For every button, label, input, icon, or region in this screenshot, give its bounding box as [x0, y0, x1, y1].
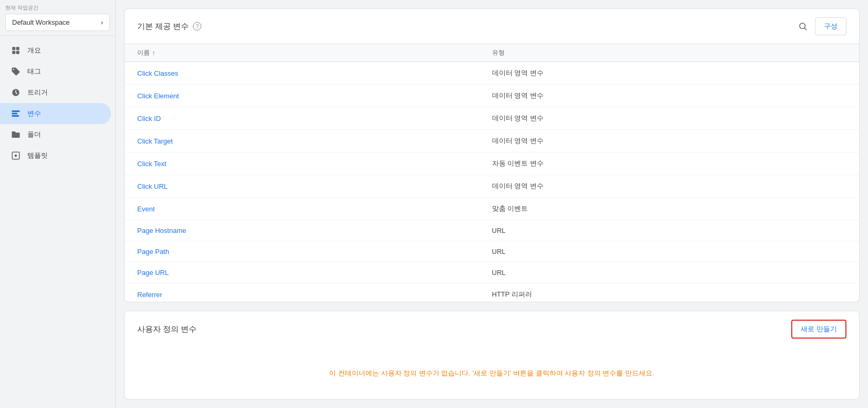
variable-type: 데이터 영역 변수 [492, 68, 847, 78]
svg-rect-6 [12, 110, 20, 112]
variable-name[interactable]: Click Target [137, 137, 492, 145]
built-in-actions: 구성 [795, 17, 846, 35]
svg-rect-2 [12, 51, 15, 54]
variable-name[interactable]: Click ID [137, 115, 492, 123]
svg-point-4 [13, 69, 14, 70]
variable-type: 자동 이벤트 변수 [492, 159, 847, 168]
variable-type: URL [492, 248, 847, 256]
table-row: Click URL 데이터 영역 변수 [125, 175, 859, 198]
table-row: Click Target 데이터 영역 변수 [125, 130, 859, 152]
variable-name[interactable]: Click Text [137, 160, 492, 168]
variable-type: 데이터 영역 변수 [492, 136, 847, 146]
variable-name[interactable]: Click Classes [137, 69, 492, 77]
svg-rect-0 [12, 47, 15, 50]
variable-name[interactable]: Click URL [137, 182, 492, 190]
table-row: Page Path URL [125, 241, 859, 262]
built-in-title-text: 기본 제공 변수 [137, 22, 189, 32]
new-variable-button[interactable]: 새로 만들기 [791, 320, 846, 339]
search-button[interactable] [795, 18, 811, 34]
svg-rect-7 [12, 113, 18, 115]
workspace-button[interactable]: Default Workspace › [5, 14, 110, 31]
sidebar-item-label-triggers: 트리거 [27, 88, 48, 97]
variable-type: HTTP 리퍼러 [492, 290, 847, 299]
sidebar-item-label-templates: 템플릿 [27, 151, 48, 160]
variable-name[interactable]: Referrer [137, 291, 492, 299]
chevron-right-icon: › [101, 18, 103, 26]
sidebar-item-label-variables: 변수 [27, 109, 41, 118]
variable-type: URL [492, 227, 847, 234]
trigger-icon [11, 87, 21, 98]
sidebar-item-templates[interactable]: 템플릿 [0, 145, 111, 166]
variable-type: 데이터 영역 변수 [492, 114, 847, 123]
built-in-variables-card: 기본 제공 변수 ? 구성 이름 ↑ 유형 Click Classes [124, 8, 860, 302]
col-type-header: 유형 [492, 48, 847, 57]
sidebar: 현재 작업공간 Default Workspace › 개요 [0, 0, 116, 408]
col-name-label: 이름 [137, 48, 150, 57]
sidebar-item-folders[interactable]: 폴더 [0, 124, 111, 145]
table-row: Click Text 자동 이벤트 변수 [125, 152, 859, 175]
built-in-title: 기본 제공 변수 ? [137, 22, 201, 32]
table-row: Click Element 데이터 영역 변수 [125, 85, 859, 107]
table-row: Click Classes 데이터 영역 변수 [125, 62, 859, 85]
table-row: Page URL URL [125, 262, 859, 283]
table-row: Page Hostname URL [125, 220, 859, 241]
sidebar-nav: 개요 태그 트리거 [0, 36, 115, 408]
table-row: Click ID 데이터 영역 변수 [125, 107, 859, 130]
variable-name[interactable]: Page URL [137, 269, 492, 277]
col-name-header: 이름 ↑ [137, 48, 492, 57]
sidebar-item-tags[interactable]: 태그 [0, 61, 111, 82]
workspace-label: 현재 작업공간 [5, 4, 110, 12]
variable-name[interactable]: Page Path [137, 248, 492, 256]
svg-point-10 [15, 155, 17, 157]
folder-icon [11, 129, 21, 140]
user-defined-title: 사용자 정의 변수 [137, 324, 197, 334]
workspace-section: 현재 작업공간 Default Workspace › [0, 0, 115, 36]
variable-name[interactable]: Page Hostname [137, 227, 492, 234]
main-content: 기본 제공 변수 ? 구성 이름 ↑ 유형 Click Classes [116, 0, 868, 408]
user-defined-header: 사용자 정의 변수 새로 만들기 [125, 311, 859, 347]
built-in-header: 기본 제공 변수 ? 구성 [125, 9, 859, 44]
template-icon [11, 150, 21, 161]
sort-icon: ↑ [152, 49, 155, 57]
info-icon[interactable]: ? [193, 22, 201, 30]
workspace-name: Default Workspace [12, 18, 70, 26]
sidebar-item-label-overview: 개요 [27, 46, 41, 55]
sidebar-item-triggers[interactable]: 트리거 [0, 82, 111, 103]
variable-type: 데이터 영역 변수 [492, 181, 847, 191]
variable-name[interactable]: Event [137, 205, 492, 213]
configure-button[interactable]: 구성 [815, 17, 846, 35]
sidebar-item-label-folders: 폴더 [27, 130, 41, 139]
variable-type: URL [492, 269, 847, 277]
sidebar-item-variables[interactable]: 변수 [0, 103, 111, 124]
svg-rect-8 [12, 115, 19, 117]
table-row: Event 맞춤 이벤트 [125, 198, 859, 220]
sidebar-item-label-tags: 태그 [27, 67, 41, 76]
tag-icon [11, 66, 21, 77]
dashboard-icon [11, 45, 21, 56]
variable-name[interactable]: Click Element [137, 92, 492, 100]
sidebar-item-overview[interactable]: 개요 [0, 40, 111, 61]
variable-icon [11, 108, 21, 119]
table-header: 이름 ↑ 유형 [125, 44, 859, 62]
svg-rect-1 [16, 47, 19, 50]
table-row: Referrer HTTP 리퍼러 [125, 283, 859, 302]
empty-state-message: 이 컨테이너에는 사용자 정의 변수가 없습니다. '새로 만들기' 버튼을 클… [125, 347, 859, 400]
svg-rect-3 [16, 51, 19, 54]
built-in-table-body: Click Classes 데이터 영역 변수 Click Element 데이… [125, 62, 859, 302]
variable-type: 맞춤 이벤트 [492, 204, 847, 213]
user-defined-variables-card: 사용자 정의 변수 새로 만들기 이 컨테이너에는 사용자 정의 변수가 없습니… [124, 311, 860, 400]
variable-type: 데이터 영역 변수 [492, 91, 847, 100]
